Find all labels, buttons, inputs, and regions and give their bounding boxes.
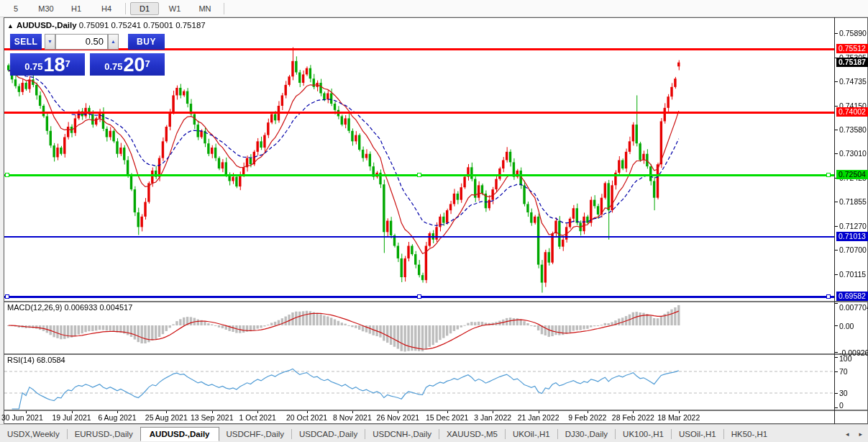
- sell-button[interactable]: SELL: [10, 34, 42, 50]
- rsi-value: 68.0584: [37, 356, 65, 364]
- one-click-trading-panel: SELL ▼ 0.50 ▲ BUY 0.75187 0.75207: [10, 34, 165, 76]
- date-axis-label: 13 Sep 2021: [191, 413, 234, 422]
- price-level-tag: 0.72504: [836, 170, 868, 179]
- date-axis-label: 9 Feb 2022: [568, 413, 606, 422]
- rsi-name: RSI(14): [7, 356, 35, 364]
- sell-price-display[interactable]: 0.75187: [10, 52, 85, 76]
- rsi-axis-tick: 70: [839, 367, 848, 376]
- date-axis-label: 19 Jul 2021: [52, 413, 91, 422]
- date-axis-label: 18 Mar 2022: [657, 413, 700, 422]
- volume-increase-button[interactable]: ▲: [108, 34, 119, 50]
- price-axis-tick: 0.70700: [839, 245, 867, 254]
- chart-title: ▲AUDUSD-,Daily 0.75091 0.75241 0.75001 0…: [7, 21, 206, 30]
- price-axis-tick: 0.71855: [839, 197, 867, 206]
- sell-price-sup: 7: [65, 53, 70, 75]
- rsi-axis-tick: 0: [839, 401, 844, 410]
- price-level-tag: 0.75512: [836, 44, 868, 53]
- date-axis-label: 1 Oct 2021: [239, 413, 275, 422]
- date-axis-label: 15 Dec 2021: [426, 413, 469, 422]
- macd-values: 0.006933 0.004517: [64, 303, 132, 312]
- price-axis-tick: 0.73010: [839, 149, 867, 158]
- date-axis-label: 20 Oct 2021: [286, 413, 327, 422]
- current-price-tag: 0.75187: [836, 58, 868, 67]
- date-axis-label: 3 Jan 2022: [474, 413, 511, 422]
- date-axis-label: 8 Nov 2021: [333, 413, 372, 422]
- date-axis-label: 25 Aug 2021: [145, 413, 188, 422]
- chart-symbol-label: AUDUSD-,Daily: [17, 21, 77, 30]
- chart-ohlc-values: 0.75091 0.75241 0.75001 0.75187: [79, 21, 206, 30]
- rsi-indicator-label: RSI(14) 68.0584: [7, 356, 65, 364]
- date-axis-label: 21 Jan 2022: [518, 413, 559, 422]
- sell-price-big: 18: [44, 55, 65, 74]
- price-level-tag: 0.69582: [836, 292, 868, 301]
- date-axis-label: 26 Nov 2021: [377, 413, 420, 422]
- sell-price-prefix: 0.75: [24, 60, 42, 74]
- price-scale-separator: [834, 17, 835, 424]
- date-axis-label: 28 Feb 2022: [612, 413, 654, 422]
- rsi-axis-tick: 100: [839, 354, 852, 363]
- trading-platform-window: 5M30H1H4D1W1MN ▲AUDUSD-,Daily 0.75091 0.…: [0, 0, 868, 442]
- buy-price-prefix: 0.75: [104, 60, 122, 74]
- date-axis-label: 30 Jun 2021: [1, 413, 43, 422]
- buy-button[interactable]: BUY: [128, 34, 165, 50]
- macd-indicator-label: MACD(12,26,9) 0.006933 0.004517: [7, 303, 132, 312]
- volume-input[interactable]: 0.50: [55, 34, 108, 50]
- volume-decrease-button[interactable]: ▼: [45, 34, 55, 50]
- price-level-tag: 0.71013: [836, 232, 868, 241]
- pane-splitter-macd[interactable]: [4, 301, 867, 302]
- date-axis-label: 6 Aug 2021: [98, 413, 136, 422]
- price-axis-tick: 0.71270: [839, 222, 867, 230]
- price-axis-tick: 0.70115: [839, 270, 866, 279]
- price-axis-tick: 0.73580: [839, 125, 867, 134]
- chart-symbol-icon: ▲: [7, 22, 14, 30]
- macd-axis-tick: 0.00: [839, 322, 854, 330]
- macd-name: MACD(12,26,9): [7, 303, 62, 312]
- pane-splitter-rsi[interactable]: [4, 353, 867, 355]
- buy-price-big: 20: [124, 55, 145, 74]
- price-axis-tick: 0.74735: [839, 77, 867, 86]
- price-axis-tick: 0.75890: [839, 29, 867, 37]
- buy-price-display[interactable]: 0.75207: [90, 52, 165, 76]
- pane-splitter-dates: [4, 410, 867, 411]
- buy-price-sup: 7: [145, 53, 150, 75]
- rsi-axis-tick: 30: [839, 389, 848, 397]
- macd-axis-tick: 0.007704: [839, 303, 868, 312]
- price-level-tag: 0.74002: [836, 107, 868, 117]
